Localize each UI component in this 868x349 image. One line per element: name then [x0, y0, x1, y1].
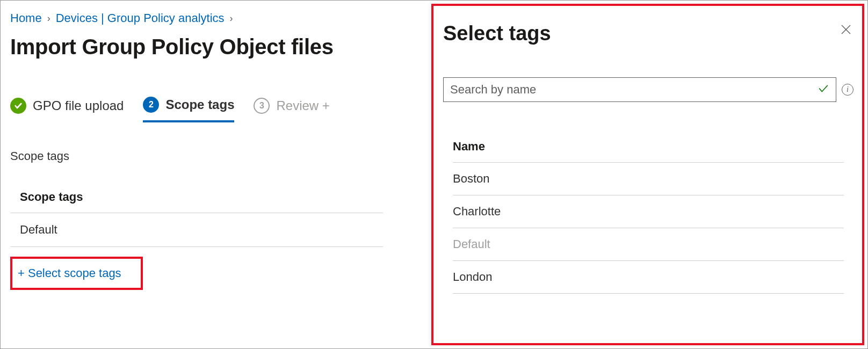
- select-tags-panel: Select tags i Name BostonCharlotteDefaul…: [431, 4, 864, 345]
- page-title: Import Group Policy Object files: [10, 35, 383, 59]
- chevron-right-icon: ›: [230, 13, 233, 24]
- breadcrumb: Home › Devices | Group Policy analytics …: [10, 11, 383, 25]
- chevron-right-icon: ›: [47, 13, 50, 24]
- breadcrumb-home[interactable]: Home: [10, 11, 42, 25]
- step-label: GPO file upload: [33, 98, 124, 113]
- list-item[interactable]: Charlotte: [453, 195, 844, 228]
- checkmark-icon: [10, 98, 26, 114]
- main-panel: Home › Devices | Group Policy analytics …: [1, 1, 393, 301]
- panel-title: Select tags: [443, 22, 551, 45]
- select-scope-tags-button[interactable]: + Select scope tags: [18, 266, 121, 280]
- step-gpo-upload[interactable]: GPO file upload: [10, 98, 124, 121]
- search-input[interactable]: [450, 83, 818, 97]
- valid-check-icon: [818, 83, 829, 97]
- close-icon: [840, 23, 852, 36]
- step-number-icon: 2: [143, 97, 159, 113]
- list-item: Default: [453, 228, 844, 261]
- list-item[interactable]: London: [453, 261, 844, 294]
- step-review[interactable]: 3 Review +: [254, 98, 329, 121]
- tag-list: Name BostonCharlotteDefaultLondon: [443, 140, 853, 294]
- close-button[interactable]: [838, 22, 853, 37]
- info-icon[interactable]: i: [842, 84, 853, 96]
- section-label: Scope tags: [10, 149, 383, 163]
- list-item[interactable]: Boston: [453, 163, 844, 195]
- step-label: Review +: [276, 98, 329, 113]
- breadcrumb-devices[interactable]: Devices | Group Policy analytics: [56, 11, 225, 25]
- tag-column-header: Name: [453, 140, 844, 163]
- step-scope-tags[interactable]: 2 Scope tags: [143, 97, 234, 122]
- select-scope-tags-highlight: + Select scope tags: [10, 257, 143, 290]
- step-number-icon: 3: [254, 98, 270, 114]
- step-label: Scope tags: [165, 97, 234, 112]
- table-row[interactable]: Default: [10, 213, 383, 247]
- wizard-stepper: GPO file upload 2 Scope tags 3 Review +: [10, 97, 383, 122]
- scope-tags-column-header: Scope tags: [10, 190, 383, 213]
- search-box[interactable]: [443, 77, 836, 102]
